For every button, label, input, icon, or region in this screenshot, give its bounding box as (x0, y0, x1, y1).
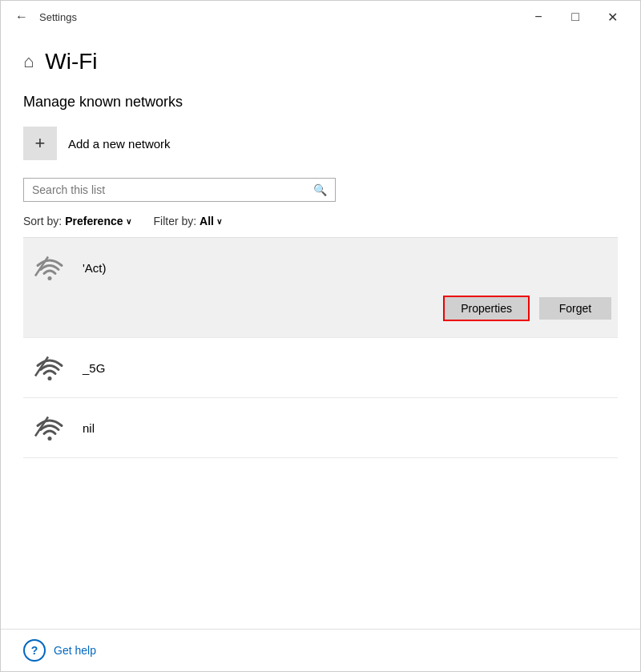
add-network-row: + Add a new network (23, 127, 618, 160)
network-name-act: 'Act) (83, 261, 611, 275)
network-name-nil: nil (83, 421, 611, 435)
add-network-label: Add a new network (68, 137, 171, 151)
help-icon: ? (23, 639, 46, 662)
search-input[interactable] (32, 183, 313, 196)
maximize-button[interactable]: □ (557, 4, 594, 30)
footer: ? Get help (1, 629, 640, 671)
back-icon: ← (15, 10, 28, 24)
sort-label: Sort by: Preference ∨ (23, 215, 131, 227)
forget-button[interactable]: Forget (539, 297, 611, 320)
network-item-nil: nil (23, 398, 618, 458)
wifi-icon-act (30, 251, 70, 284)
home-icon: ⌂ (23, 51, 34, 72)
window-title: Settings (39, 11, 520, 23)
network-item-act: 'Act) Properties Forget (23, 238, 618, 338)
minimize-button[interactable]: − (520, 4, 557, 30)
network-item-row[interactable]: 'Act) (23, 246, 618, 289)
filter-label: Filter by: All ∨ (154, 215, 222, 227)
network-actions-act: Properties Forget (23, 289, 618, 329)
filter-chevron: ∨ (216, 217, 222, 226)
properties-button[interactable]: Properties (443, 296, 530, 321)
network-item-row-5g[interactable]: _5G (23, 346, 618, 389)
network-name-5g: _5G (83, 361, 611, 375)
sort-filter-row: Sort by: Preference ∨ Filter by: All ∨ (23, 215, 618, 227)
svg-point-0 (48, 276, 52, 280)
back-button[interactable]: ← (10, 6, 33, 27)
section-title: Manage known networks (23, 94, 618, 111)
svg-point-4 (48, 437, 52, 441)
wifi-icon-5g (30, 351, 70, 384)
search-icon: 🔍 (313, 183, 327, 196)
get-help-link[interactable]: Get help (54, 644, 96, 657)
svg-point-2 (48, 376, 52, 380)
wifi-icon-nil (30, 411, 70, 445)
page-header: ⌂ Wi-Fi (23, 49, 618, 74)
network-list: 'Act) Properties Forget (23, 237, 618, 458)
titlebar: ← Settings − □ ✕ (1, 1, 640, 33)
sort-chevron: ∨ (126, 217, 131, 226)
close-button[interactable]: ✕ (594, 4, 631, 30)
add-network-button[interactable]: + (23, 127, 57, 160)
network-item-row-nil[interactable]: nil (23, 406, 618, 449)
search-container: 🔍 (23, 178, 336, 202)
filter-dropdown[interactable]: All ∨ (200, 215, 222, 227)
sort-dropdown[interactable]: Preference ∨ (65, 215, 131, 227)
page-title: Wi-Fi (45, 49, 97, 74)
main-content: ⌂ Wi-Fi Manage known networks + Add a ne… (1, 33, 640, 629)
settings-window: ← Settings − □ ✕ ⌂ Wi-Fi Manage known ne… (0, 0, 641, 672)
titlebar-controls: − □ ✕ (520, 4, 631, 30)
network-item-5g: _5G (23, 338, 618, 398)
